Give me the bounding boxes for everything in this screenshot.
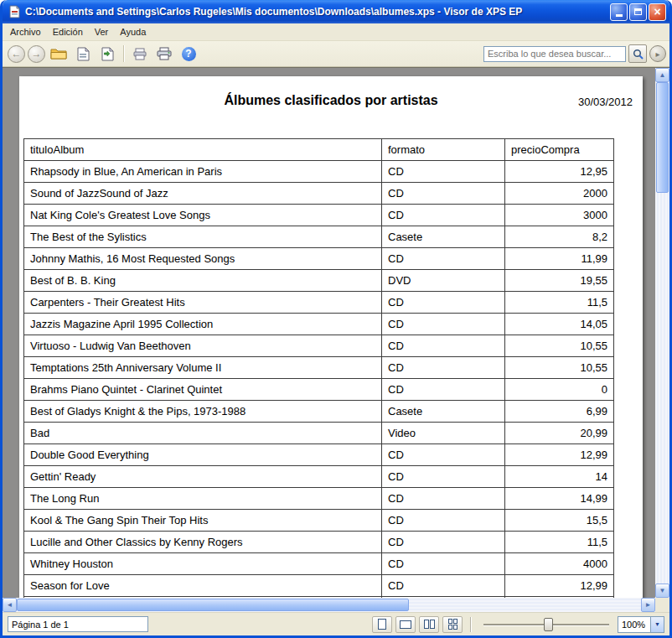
table-cell: DVD bbox=[382, 270, 505, 292]
table-cell: 12,95 bbox=[505, 161, 614, 183]
table-row: Double Good EverythingCD12,99 bbox=[24, 444, 614, 466]
table-cell: Nat King Cole's Greatest Love Songs bbox=[24, 205, 382, 226]
vertical-scroll-track[interactable] bbox=[655, 82, 669, 584]
table-row: Whitney HoustonCD4000 bbox=[24, 553, 614, 575]
column-header-precioCompra: precioCompra bbox=[505, 139, 614, 161]
menu-archivo[interactable]: Archivo bbox=[4, 25, 47, 39]
zoom-slider-thumb[interactable] bbox=[544, 618, 553, 631]
menu-ver[interactable]: Ver bbox=[89, 25, 115, 39]
table-cell: 6,99 bbox=[505, 401, 614, 423]
minimize-button[interactable] bbox=[610, 3, 628, 21]
table-row: Season for LoveCD12,99 bbox=[24, 575, 614, 597]
table-cell: CD bbox=[382, 183, 505, 205]
table-cell: 11,99 bbox=[505, 248, 614, 270]
table-cell: CD bbox=[382, 161, 505, 183]
help-button[interactable]: ? bbox=[178, 43, 199, 65]
zoom-value[interactable]: 100% bbox=[618, 617, 650, 632]
table-cell: Brahms Piano Quintet - Clarinet Quintet bbox=[24, 379, 382, 401]
table-cell: The Long Run bbox=[24, 488, 382, 510]
menu-edicion[interactable]: Edición bbox=[47, 25, 89, 39]
search-button[interactable] bbox=[628, 44, 647, 63]
search-go-button[interactable]: ▸ bbox=[649, 45, 666, 62]
save-copy-button[interactable] bbox=[72, 43, 94, 65]
table-cell: Johnny Mathis, 16 Most Requested Songs bbox=[24, 248, 382, 270]
table-cell: 11,5 bbox=[505, 292, 614, 314]
two-pages-icon bbox=[424, 620, 435, 629]
document-viewport: Álbumes clasificados por artistas 30/03/… bbox=[3, 68, 655, 598]
thumbnails-button[interactable] bbox=[442, 616, 463, 633]
scroll-down-icon: ▼ bbox=[659, 587, 666, 594]
table-cell: Best of Gladys Knight & the Pips, 1973-1… bbox=[24, 401, 382, 423]
scroll-right-button[interactable]: ► bbox=[641, 598, 655, 612]
table-cell: 14,99 bbox=[505, 488, 614, 510]
table-row: BadVideo20,99 bbox=[24, 423, 614, 444]
table-cell: CD bbox=[382, 357, 505, 379]
scroll-down-button[interactable]: ▼ bbox=[655, 584, 669, 598]
table-cell: Jazzis Magazine April 1995 Collection bbox=[24, 314, 382, 335]
search-input[interactable] bbox=[483, 46, 626, 62]
search-icon bbox=[633, 49, 644, 60]
document-icon bbox=[77, 47, 90, 61]
table-cell: CD bbox=[382, 488, 505, 510]
table-cell: Casete bbox=[382, 401, 505, 423]
table-cell: CD bbox=[382, 314, 505, 335]
fit-page-button[interactable] bbox=[372, 616, 392, 633]
table-cell: Carpenters - Their Greatest Hits bbox=[24, 292, 382, 314]
horizontal-scrollbar[interactable]: ◄ ► bbox=[3, 598, 655, 612]
table-cell: 2000 bbox=[505, 183, 614, 205]
zoom-dropdown-button[interactable]: ▼ bbox=[650, 617, 664, 632]
table-cell: CD bbox=[382, 248, 505, 270]
close-button[interactable]: × bbox=[649, 3, 666, 21]
document-area: Álbumes clasificados por artistas 30/03/… bbox=[3, 67, 669, 612]
table-cell: Gettin' Ready bbox=[24, 466, 382, 488]
table-cell: 8,2 bbox=[505, 226, 614, 248]
table-cell: 20,99 bbox=[505, 423, 614, 444]
chevron-down-icon: ▼ bbox=[654, 621, 660, 627]
table-cell: Best of B. B. King bbox=[24, 270, 382, 292]
maximize-button[interactable] bbox=[629, 3, 647, 21]
help-icon: ? bbox=[185, 48, 191, 60]
horizontal-scroll-track[interactable] bbox=[17, 598, 641, 612]
table-cell: CD bbox=[382, 444, 505, 466]
print-button[interactable] bbox=[153, 43, 175, 65]
two-pages-button[interactable] bbox=[419, 616, 439, 633]
vertical-scroll-thumb[interactable] bbox=[656, 82, 669, 193]
scroll-up-button[interactable]: ▲ bbox=[655, 68, 669, 82]
export-document-button[interactable] bbox=[96, 43, 118, 65]
open-file-button[interactable] bbox=[48, 43, 70, 65]
scroll-right-icon: ► bbox=[645, 601, 652, 609]
table-row: The Long RunCD14,99 bbox=[24, 488, 614, 510]
thumbnails-icon bbox=[448, 619, 457, 630]
table-cell: CD bbox=[382, 379, 505, 401]
document-export-icon bbox=[101, 47, 114, 61]
vertical-scrollbar[interactable]: ▲ ▼ bbox=[655, 68, 669, 598]
table-cell: 15,5 bbox=[505, 510, 614, 532]
scroll-up-icon: ▲ bbox=[659, 71, 666, 79]
table-cell: Virtuoso - Ludwig Van Beethoven bbox=[24, 335, 382, 357]
table-cell: CD bbox=[382, 292, 505, 314]
back-button[interactable]: ← bbox=[8, 45, 25, 63]
horizontal-scroll-thumb[interactable] bbox=[17, 599, 409, 611]
fit-width-button[interactable] bbox=[395, 616, 416, 633]
table-cell: CD bbox=[382, 335, 505, 357]
column-header-tituloAlbum: tituloAlbum bbox=[24, 139, 382, 161]
menu-ayuda[interactable]: Ayuda bbox=[114, 25, 152, 39]
app-icon[interactable] bbox=[8, 5, 21, 18]
page-setup-button[interactable] bbox=[129, 43, 151, 65]
search-area: ▸ bbox=[483, 44, 666, 63]
open-folder-icon bbox=[50, 47, 67, 60]
scroll-left-icon: ◄ bbox=[7, 601, 13, 609]
table-cell: Lucille and Other Classics by Kenny Roge… bbox=[24, 532, 382, 553]
album-table-body: Rhapsody in Blue, An American in ParisCD… bbox=[24, 161, 614, 599]
document-date: 30/03/2012 bbox=[578, 96, 633, 108]
table-cell: Season for Love bbox=[24, 575, 382, 597]
scroll-left-button[interactable]: ◄ bbox=[3, 598, 17, 612]
app-window: C:\Documents and Settings\Carlos Rugeles… bbox=[0, 0, 672, 638]
table-row: Virtuoso - Ludwig Van BeethovenCD10,55 bbox=[24, 335, 614, 357]
forward-button[interactable]: → bbox=[28, 45, 45, 63]
status-bar: Página 1 de 1 100% ▼ bbox=[3, 612, 669, 635]
table-row: Sound of JazzSound of JazzCD2000 bbox=[24, 183, 614, 205]
title-bar: C:\Documents and Settings\Carlos Rugeles… bbox=[3, 0, 669, 23]
zoom-slider[interactable] bbox=[483, 616, 609, 633]
zoom-combo[interactable]: 100% ▼ bbox=[618, 616, 664, 633]
